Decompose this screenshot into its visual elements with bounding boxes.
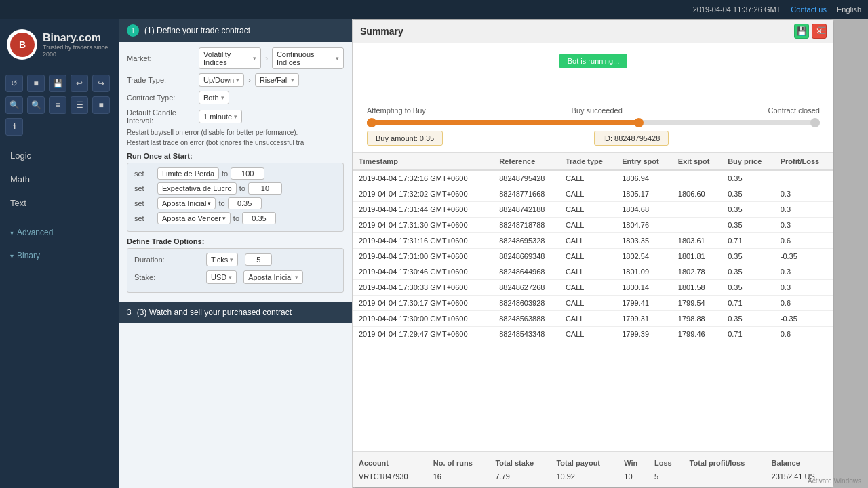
cell-reference: 88248627268	[494, 280, 560, 296]
cell-timestamp: 2019-04-04 17:31:44 GMT+0600	[353, 202, 494, 218]
brand-sub: Trusted by traders since 2000	[43, 44, 112, 58]
cell-exit-spot: 1801.81	[673, 249, 722, 264]
stake-type-select[interactable]: Aposta Inicial ▾	[243, 270, 302, 284]
trade-type-select[interactable]: Up/Down ▾	[199, 73, 244, 87]
sidebar-item-advanced[interactable]: ▾ Advanced	[0, 221, 119, 244]
fcol-total-payout: Total payout	[551, 456, 618, 470]
cell-trade-type: CALL	[560, 296, 616, 311]
stake-label: Stake:	[134, 273, 202, 281]
list-button[interactable]: ≡	[49, 96, 66, 114]
cell-pl: 0.3	[775, 280, 833, 296]
cell-timestamp: 2019-04-04 17:31:16 GMT+0600	[353, 233, 494, 249]
duration-type-select[interactable]: Ticks ▾	[206, 253, 238, 266]
fcol-runs: No. of runs	[428, 456, 490, 470]
duration-row: Duration: Ticks ▾	[134, 253, 336, 266]
set-field-3[interactable]: Aposta ao Vencer ▾	[157, 212, 231, 224]
cell-reference: 88248742188	[494, 202, 560, 218]
zoom-in-button[interactable]: 🔍	[27, 96, 45, 114]
language-selector[interactable]: English	[837, 5, 861, 14]
market-sub-select[interactable]: Continuous Indices ▾	[272, 47, 344, 69]
progress-labels: Attempting to Buy Buy succeeded Contract…	[367, 106, 820, 115]
stake-row: Stake: USD ▾ Aposta Inicial ▾	[134, 270, 336, 284]
sidebar-item-binary[interactable]: ▾ Binary	[0, 244, 119, 267]
run-once-title: Run Once at Start:	[127, 152, 344, 160]
progress-dot-mid	[634, 118, 644, 127]
col-buy-price: Buy price	[722, 153, 775, 170]
save-button[interactable]: 💾	[49, 75, 66, 92]
cell-entry-spot: 1801.09	[616, 264, 673, 280]
menu-button[interactable]: ☰	[71, 96, 88, 114]
cell-pl: 0.6	[775, 296, 833, 311]
cell-exit-spot: 1799.46	[673, 327, 722, 342]
set-field-0[interactable]: Limite de Perda	[157, 167, 219, 180]
trade-type-sub-select[interactable]: Rise/Fall ▾	[255, 73, 299, 87]
cell-trade-type: CALL	[560, 311, 616, 327]
cell-entry-spot: 1799.31	[616, 311, 673, 327]
block-button[interactable]: ■	[92, 96, 110, 114]
cell-entry-spot: 1799.39	[616, 327, 673, 342]
contract-type-select[interactable]: Both ▾	[199, 91, 229, 104]
nav-items: Logic Math Text ▾ Advanced ▾ Binary	[0, 140, 119, 488]
bot-status-button[interactable]: Bot is running...	[559, 54, 627, 68]
cell-buy-price: 0.35	[722, 186, 775, 202]
trade-panel-title: (1) Define your trade contract	[144, 26, 250, 35]
stop-button[interactable]: ■	[27, 75, 45, 92]
set-row-0: set Limite de Perda to	[134, 167, 336, 180]
cell-pl: 0.6	[775, 327, 833, 342]
cell-reference: 88248771668	[494, 186, 560, 202]
table-header: Timestamp Reference Trade type Entry spo…	[353, 153, 833, 170]
progress-dot-start	[367, 118, 376, 127]
logo-area: B Binary.com Trusted by traders since 20…	[0, 19, 119, 70]
right-panel: Summary 💾 ✕	[353, 19, 868, 488]
cell-exit-spot	[673, 218, 722, 233]
trade-type-row: Trade Type: Up/Down ▾ › Rise/Fall ▾	[127, 73, 344, 87]
cell-pl: 0.3	[775, 218, 833, 233]
fcol-win: Win	[618, 456, 649, 470]
summary-table-container[interactable]: Timestamp Reference Trade type Entry spo…	[353, 152, 833, 451]
info-button[interactable]: ℹ	[5, 118, 23, 136]
trade-panel-body: Market: Volatility Indices ▾ › Continuou…	[119, 42, 352, 302]
zoom-out-button[interactable]: 🔍	[5, 96, 23, 114]
summary-save-button[interactable]: 💾	[794, 24, 809, 39]
set-value-2[interactable]	[228, 197, 262, 209]
progress-succeeded: Buy succeeded	[572, 106, 623, 115]
set-row-1: set Expectativa de Lucro to	[134, 182, 336, 195]
contact-link[interactable]: Contact us	[791, 5, 827, 14]
sidebar-item-logic[interactable]: Logic	[0, 144, 119, 167]
set-field-1[interactable]: Expectativa de Lucro	[157, 182, 237, 195]
set-value-0[interactable]	[231, 167, 264, 180]
stake-type-arrow: ▾	[295, 274, 298, 281]
set-field-2[interactable]: Aposta Inicial ▾	[157, 197, 216, 209]
trade-type-label: Trade Type:	[127, 76, 195, 84]
footer-total-pl	[684, 470, 766, 483]
logo-text: Binary.com Trusted by traders since 2000	[43, 32, 112, 58]
duration-value-input[interactable]	[245, 253, 272, 266]
trade-options-section: Duration: Ticks ▾ Stake: USD ▾ Aposta In…	[127, 248, 344, 293]
summary-footer: Account No. of runs Total stake Total pa…	[353, 451, 833, 487]
cell-entry-spot: 1802.54	[616, 249, 673, 264]
run-once-section: set Limite de Perda to set Expectativa d…	[127, 163, 344, 232]
col-reference: Reference	[494, 153, 560, 170]
topbar: 2019-04-04 11:37:26 GMT Contact us Engli…	[0, 0, 868, 19]
market-select[interactable]: Volatility Indices ▾	[199, 47, 261, 69]
market-arrow: ▾	[253, 55, 256, 62]
set-value-1[interactable]	[248, 182, 282, 195]
sidebar-item-math[interactable]: Math	[0, 167, 119, 191]
cell-entry-spot: 1804.68	[616, 202, 673, 218]
cell-timestamp: 2019-04-04 17:32:16 GMT+0600	[353, 170, 494, 186]
cell-buy-price: 0.71	[722, 296, 775, 311]
stake-currency-select[interactable]: USD ▾	[206, 270, 237, 284]
summary-window: Summary 💾 ✕	[353, 19, 834, 488]
candle-select[interactable]: 1 minute ▾	[199, 110, 242, 123]
table-row: 2019-04-04 17:32:02 GMT+0600 88248771668…	[353, 186, 833, 202]
cell-timestamp: 2019-04-04 17:30:33 GMT+0600	[353, 280, 494, 296]
undo-button[interactable]: ↩	[71, 75, 88, 92]
redo-button[interactable]: ↪	[92, 75, 110, 92]
cell-exit-spot: 1803.61	[673, 233, 722, 249]
set-value-3[interactable]	[242, 212, 276, 224]
cell-trade-type: CALL	[560, 280, 616, 296]
refresh-button[interactable]: ↺	[5, 75, 23, 92]
sidebar: B Binary.com Trusted by traders since 20…	[0, 19, 119, 488]
sidebar-item-text[interactable]: Text	[0, 191, 119, 215]
trade-type-arrow: ▾	[236, 77, 239, 83]
